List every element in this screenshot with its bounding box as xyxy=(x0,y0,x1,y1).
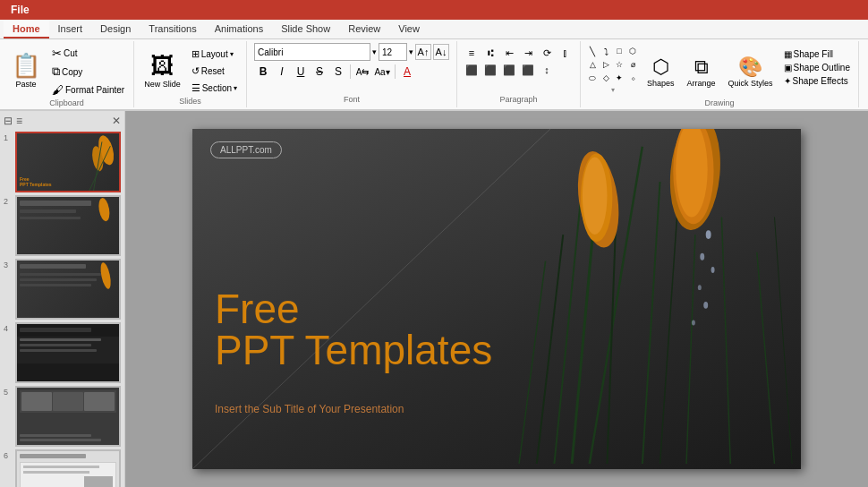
shape-item[interactable]: ⌀ xyxy=(626,58,639,71)
clipboard-label: Clipboard xyxy=(49,98,84,109)
cut-icon: ✂ xyxy=(52,47,62,60)
paste-button[interactable]: 📋 Paste xyxy=(5,43,47,97)
slide-flower-svg xyxy=(466,129,801,469)
shape-item[interactable]: △ xyxy=(586,58,599,71)
copy-icon: ⧉ xyxy=(52,64,60,79)
shape-item[interactable]: ⬦ xyxy=(626,72,639,84)
quick-styles-icon: 🎨 xyxy=(738,56,762,79)
quick-styles-button[interactable]: 🎨 Quick Styles xyxy=(724,45,778,98)
format-painter-button[interactable]: 🖌 Format Painter xyxy=(48,81,128,98)
slide-subtitle[interactable]: Insert the Sub Title of Your Presentatio… xyxy=(215,403,404,415)
tab-slideshow[interactable]: Slide Show xyxy=(272,21,339,38)
tab-insert[interactable]: Insert xyxy=(49,21,92,38)
svg-rect-6 xyxy=(466,129,801,464)
increase-font-button[interactable]: A↑ xyxy=(415,44,431,60)
section-icon: ☰ xyxy=(191,82,200,94)
shape-outline-icon: ▣ xyxy=(784,63,792,73)
layout-dropdown-icon: ▾ xyxy=(230,50,234,58)
bold-button[interactable]: B xyxy=(254,63,272,81)
shape-outline-button[interactable]: ▣ Shape Outline xyxy=(781,62,853,73)
shape-fill-button[interactable]: ▦ Shape Fill xyxy=(781,48,853,60)
slide-title-line2: PPT Templates xyxy=(215,329,492,371)
arrange-button[interactable]: ⧉ Arrange xyxy=(683,45,720,98)
new-slide-icon: 🖼 xyxy=(150,52,174,80)
strikethrough-button[interactable]: S xyxy=(311,63,328,81)
layout-icon: ⊞ xyxy=(191,48,200,60)
bullets-button[interactable]: ≡ xyxy=(463,45,481,61)
slide-thumb-4[interactable]: 4 xyxy=(4,322,121,383)
tab-transitions[interactable]: Transitions xyxy=(140,21,205,38)
paste-icon: 📋 xyxy=(12,52,40,80)
numbering-button[interactable]: ⑆ xyxy=(481,45,499,61)
shape-item[interactable]: ⤵ xyxy=(600,45,612,57)
file-tab[interactable]: File xyxy=(0,0,40,20)
panel-outline-icon[interactable]: ≡ xyxy=(16,115,22,127)
section-button[interactable]: ☰ Section ▾ xyxy=(188,81,241,96)
svg-point-28 xyxy=(692,320,695,326)
slide-thumb-2[interactable]: 2 xyxy=(4,195,121,256)
shape-effects-icon: ✦ xyxy=(784,76,791,86)
shape-item[interactable]: ☆ xyxy=(613,58,625,71)
tab-view[interactable]: View xyxy=(389,21,429,38)
font-color-button[interactable]: A xyxy=(398,63,416,81)
font-name-input[interactable] xyxy=(254,43,370,61)
shape-effects-button[interactable]: ✦ Shape Effects xyxy=(781,75,853,87)
shape-item[interactable]: □ xyxy=(613,45,625,57)
copy-button[interactable]: ⧉ Copy xyxy=(48,63,128,81)
columns-button[interactable]: ⫿ xyxy=(557,45,574,61)
svg-point-26 xyxy=(698,285,702,290)
arrange-icon: ⧉ xyxy=(694,56,709,79)
svg-point-24 xyxy=(700,253,704,261)
svg-point-5 xyxy=(98,261,112,289)
text-direction-button[interactable]: ⟳ xyxy=(538,45,556,61)
decrease-indent-button[interactable]: ⇤ xyxy=(500,45,518,61)
justify-button[interactable]: ⬛ xyxy=(519,62,537,78)
increase-indent-button[interactable]: ⇥ xyxy=(519,45,537,61)
svg-point-4 xyxy=(98,197,112,222)
slide-canvas[interactable]: ALLPPT.com Free PPT Templates Insert the… xyxy=(192,129,801,469)
font-name-dropdown-icon[interactable]: ▾ xyxy=(372,47,377,56)
align-left-button[interactable]: ⬛ xyxy=(463,62,481,78)
font-size-input[interactable] xyxy=(379,43,407,61)
close-panel-button[interactable]: ✕ xyxy=(112,115,121,127)
paragraph-group-label: Paragraph xyxy=(500,95,538,106)
slide-thumb-1[interactable]: 1 FreePPT Templates xyxy=(4,132,121,192)
change-case-button[interactable]: Aa▾ xyxy=(372,63,392,81)
reset-button[interactable]: ↺ Reset xyxy=(188,64,241,79)
line-spacing-button[interactable]: ↕ xyxy=(538,62,556,78)
svg-point-23 xyxy=(706,230,711,239)
italic-button[interactable]: I xyxy=(273,63,291,81)
shape-item[interactable]: ⬡ xyxy=(626,45,639,57)
cut-button[interactable]: ✂ Cut xyxy=(48,45,128,62)
align-right-button[interactable]: ⬛ xyxy=(500,62,518,78)
decrease-font-button[interactable]: A↓ xyxy=(433,44,449,60)
shape-fill-icon: ▦ xyxy=(784,49,792,59)
layout-button[interactable]: ⊞ Layout ▾ xyxy=(188,47,241,62)
underline-button[interactable]: U xyxy=(292,63,310,81)
drawing-group-label: Drawing xyxy=(705,98,735,109)
slide-panel: ⊟ ≡ ✕ 1 FreePPT Templates 2 xyxy=(0,111,125,487)
char-spacing-button[interactable]: A⇆ xyxy=(353,63,371,81)
panel-slides-icon[interactable]: ⊟ xyxy=(4,115,13,127)
slide-thumb-3[interactable]: 3 xyxy=(4,259,121,320)
shape-item[interactable]: ▷ xyxy=(600,58,612,71)
shape-item[interactable]: ✦ xyxy=(613,72,625,84)
shape-item[interactable]: ◇ xyxy=(600,72,612,84)
shape-item[interactable]: ╲ xyxy=(586,45,599,57)
svg-point-19 xyxy=(583,157,608,235)
slide-thumb-6[interactable]: 6 xyxy=(4,449,121,487)
font-group-label: Font xyxy=(344,95,360,106)
tab-design[interactable]: Design xyxy=(91,21,140,38)
shadow-button[interactable]: S xyxy=(329,63,347,81)
tab-animations[interactable]: Animations xyxy=(206,21,272,38)
shapes-button[interactable]: ⬡ Shapes xyxy=(642,45,679,98)
slide-title[interactable]: Free PPT Templates xyxy=(215,288,492,371)
shape-item[interactable]: ⬭ xyxy=(586,72,599,84)
tab-review[interactable]: Review xyxy=(339,21,389,38)
font-size-dropdown-icon[interactable]: ▾ xyxy=(409,47,413,56)
align-center-button[interactable]: ⬛ xyxy=(481,62,499,78)
slide-thumb-5[interactable]: 5 xyxy=(4,386,121,447)
tab-home[interactable]: Home xyxy=(4,21,49,38)
allppt-badge: ALLPPT.com xyxy=(210,141,282,158)
new-slide-button[interactable]: 🖼 New Slide xyxy=(140,43,185,97)
